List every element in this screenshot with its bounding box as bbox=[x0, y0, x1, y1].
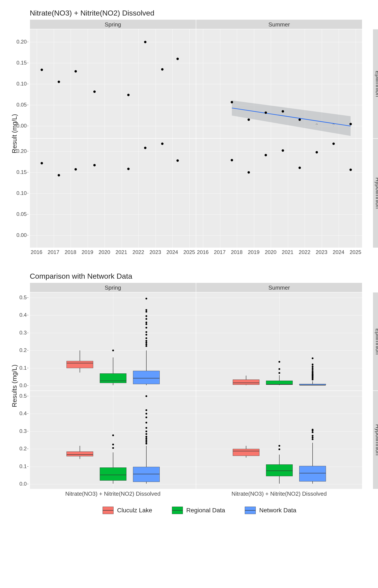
outlier-point bbox=[279, 372, 280, 374]
col-strip-row: Spring Summer bbox=[30, 19, 372, 29]
facet-row-epilimnion: Epilimnion 0.000.050.100.150.20 bbox=[30, 29, 372, 138]
data-point bbox=[41, 162, 43, 164]
outlier-point bbox=[279, 368, 280, 370]
outlier-point bbox=[312, 367, 313, 369]
data-point bbox=[75, 168, 77, 171]
outlier-point bbox=[146, 334, 147, 335]
top-chart-title: Nitrate(NO3) + Nitrite(NO2) Dissolved bbox=[30, 9, 369, 17]
row-strip-epilimnion: Epilimnion bbox=[373, 29, 378, 138]
box-row-epilimnion: Epilimnion 0.00.10.20.30.40.5 bbox=[30, 292, 372, 391]
outlier-point bbox=[279, 448, 280, 450]
col-strip-spring-b: Spring bbox=[30, 283, 196, 292]
outlier-point bbox=[279, 445, 280, 447]
outlier-point bbox=[312, 369, 313, 371]
outlier-point bbox=[312, 363, 313, 365]
legend-item-network: Network Data bbox=[245, 507, 297, 514]
y-axis-box-hypolimnion: 0.00.10.20.30.40.5 bbox=[9, 391, 28, 489]
data-point bbox=[144, 147, 147, 149]
outlier-point bbox=[146, 311, 147, 313]
x-axis-box-spring: Nitrate(NO3) + Nitrite(NO2) Dissolved bbox=[30, 489, 196, 500]
panel-summer-epilimnion bbox=[196, 29, 362, 138]
outlier-point bbox=[146, 439, 147, 441]
legend-item-cluculz: Cluculz Lake bbox=[103, 507, 152, 514]
legend-item-regional: Regional Data bbox=[172, 507, 225, 514]
outlier-point bbox=[146, 427, 147, 429]
data-point bbox=[93, 90, 95, 93]
col-strip-row-b: Spring Summer bbox=[30, 283, 372, 292]
x-axis-spring: 2016201720182019202020212022202320242025 bbox=[30, 248, 196, 259]
outlier-point bbox=[312, 435, 313, 437]
scatter-facet-grid: Result (mg/L) Spring Summer Epilimnion 0… bbox=[30, 19, 372, 259]
row-strip-hypolimnion-b: Hypolimnion bbox=[373, 391, 378, 489]
data-point bbox=[41, 68, 43, 71]
x-axis-box-summer: Nitrate(NO3) + Nitrite(NO2) Dissolved bbox=[196, 489, 362, 500]
panel-spring-hypolimnion bbox=[30, 138, 196, 248]
data-point bbox=[161, 143, 163, 145]
data-point bbox=[248, 171, 250, 174]
boxpanel-spring-epilimnion bbox=[30, 292, 196, 391]
y-axis-epilimnion: 0.000.050.100.150.20 bbox=[9, 29, 28, 138]
data-point bbox=[333, 143, 335, 145]
col-strip-summer-b: Summer bbox=[196, 283, 362, 292]
x-axis-bottom: Nitrate(NO3) + Nitrite(NO2) Dissolved Ni… bbox=[30, 489, 372, 500]
outlier-point bbox=[146, 315, 147, 317]
outlier-point bbox=[312, 431, 313, 433]
outlier-point bbox=[146, 318, 147, 320]
box-row-hypolimnion: Hypolimnion 0.00.10.20.30.40.5 bbox=[30, 391, 372, 489]
data-point bbox=[57, 174, 60, 176]
outlier-point bbox=[279, 361, 280, 363]
outlier-point bbox=[112, 434, 114, 436]
box-facet-grid: Results (mg/L) Spring Summer Epilimnion … bbox=[30, 283, 372, 500]
outlier-point bbox=[312, 429, 313, 430]
data-point bbox=[349, 123, 352, 125]
outlier-point bbox=[146, 433, 147, 435]
outlier-point bbox=[146, 331, 147, 333]
data-point bbox=[57, 81, 60, 83]
row-strip-hypolimnion: Hypolimnion bbox=[373, 138, 378, 248]
col-strip-summer: Summer bbox=[196, 19, 362, 29]
data-point bbox=[161, 68, 163, 70]
outlier-point bbox=[146, 430, 147, 432]
legend: Cluculz Lake Regional Data Network Data bbox=[30, 507, 369, 514]
box-network-data bbox=[299, 466, 326, 481]
outlier-point bbox=[146, 441, 147, 443]
swatch-cluculz-icon bbox=[103, 507, 114, 514]
y-axis-hypolimnion: 0.000.050.100.150.20 bbox=[9, 138, 28, 248]
data-point bbox=[282, 149, 284, 152]
boxpanel-spring-hypolimnion bbox=[30, 391, 196, 489]
swatch-regional-icon bbox=[172, 507, 183, 514]
box-network-data bbox=[133, 467, 160, 482]
bottom-chart-title: Comparison with Network Data bbox=[30, 272, 369, 281]
outlier-point bbox=[312, 365, 313, 367]
outlier-point bbox=[312, 437, 313, 438]
panel-spring-epilimnion bbox=[30, 29, 196, 138]
data-point bbox=[230, 101, 233, 103]
col-strip-spring: Spring bbox=[30, 19, 196, 29]
box-regional-data bbox=[100, 374, 126, 383]
outlier-point bbox=[146, 343, 147, 345]
facet-row-hypolimnion: Hypolimnion 0.000.050.100.150.20 bbox=[30, 138, 372, 248]
outlier-point bbox=[312, 438, 313, 440]
outlier-point bbox=[146, 413, 147, 414]
outlier-point bbox=[146, 436, 147, 438]
panel-summer-hypolimnion bbox=[196, 138, 362, 248]
outlier-point bbox=[146, 409, 147, 411]
box-regional-data bbox=[266, 381, 293, 385]
outlier-point bbox=[146, 345, 147, 347]
data-point bbox=[264, 111, 267, 114]
boxpanel-summer-hypolimnion bbox=[196, 391, 362, 489]
data-point bbox=[248, 119, 250, 121]
box-cluculz-lake bbox=[233, 380, 259, 385]
data-point bbox=[144, 41, 147, 43]
outlier-point bbox=[146, 438, 147, 439]
box-cluculz-lake bbox=[67, 452, 93, 456]
data-point bbox=[93, 164, 95, 166]
data-point bbox=[176, 160, 179, 162]
data-point bbox=[264, 154, 267, 156]
outlier-point bbox=[146, 327, 147, 329]
box-network-data bbox=[133, 371, 160, 384]
outlier-point bbox=[112, 447, 114, 449]
data-point bbox=[282, 110, 284, 113]
row-strip-epilimnion-b: Epilimnion bbox=[373, 292, 378, 391]
svg-marker-0 bbox=[232, 100, 351, 136]
